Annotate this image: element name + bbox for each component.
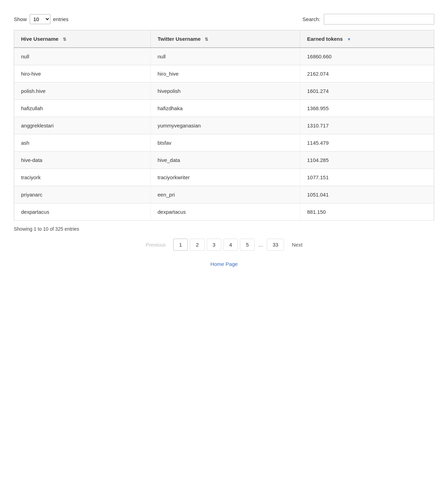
- cell-hive-username: hafizullah: [14, 100, 151, 117]
- page-1-button[interactable]: 1: [173, 239, 188, 251]
- cell-hive-username: anggreklestari: [14, 117, 151, 134]
- showing-text: Showing 1 to 10 of 325 entries: [14, 226, 79, 232]
- search-label: Search:: [302, 16, 320, 22]
- cell-twitter-username: dexpartacus: [150, 203, 300, 221]
- entries-select[interactable]: 10 25 50 100: [30, 14, 50, 24]
- entries-label: entries: [53, 16, 69, 22]
- table-header: Hive Username ⇅ Twitter Username ⇅ Earne…: [14, 30, 434, 48]
- ellipsis: …: [257, 242, 265, 248]
- cell-twitter-username: een_pri: [150, 186, 300, 203]
- next-button[interactable]: Next: [286, 239, 308, 250]
- table-controls: Show 10 25 50 100 entries Search:: [14, 14, 434, 25]
- cell-hive-username: ash: [14, 134, 151, 152]
- col-twitter-username[interactable]: Twitter Username ⇅: [150, 30, 300, 48]
- table-row: traciyorktraciyorkwriter1077.151: [14, 169, 434, 186]
- cell-earned-tokens: 2162.074: [300, 65, 434, 83]
- table-row: dexpartacusdexpartacus881.150: [14, 203, 434, 221]
- search-input[interactable]: [324, 14, 434, 25]
- col-hive-username-label: Hive Username: [21, 36, 58, 42]
- table-row: ashbtsfav1145.479: [14, 134, 434, 152]
- show-entries-control: Show 10 25 50 100 entries: [14, 14, 69, 24]
- cell-earned-tokens: 16860.660: [300, 48, 434, 65]
- cell-twitter-username: hive_data: [150, 152, 300, 169]
- pagination: Previous 1 2 3 4 5 … 33 Next: [14, 239, 434, 251]
- col-earned-tokens-label: Earned tokens: [307, 36, 343, 42]
- cell-hive-username: null: [14, 48, 151, 65]
- table-row: hiro-hivehiro_hive2162.074: [14, 65, 434, 83]
- cell-hive-username: traciyork: [14, 169, 151, 186]
- cell-earned-tokens: 1368.955: [300, 100, 434, 117]
- cell-twitter-username: btsfav: [150, 134, 300, 152]
- show-label: Show: [14, 16, 27, 22]
- previous-button[interactable]: Previous: [140, 239, 171, 250]
- cell-twitter-username: null: [150, 48, 300, 65]
- cell-twitter-username: traciyorkwriter: [150, 169, 300, 186]
- table-row: polish.hivehivepolish1601.274: [14, 83, 434, 100]
- cell-earned-tokens: 1145.479: [300, 134, 434, 152]
- search-box: Search:: [302, 14, 434, 25]
- header-row: Hive Username ⇅ Twitter Username ⇅ Earne…: [14, 30, 434, 48]
- table-row: nullnull16860.660: [14, 48, 434, 65]
- page-33-button[interactable]: 33: [267, 239, 284, 251]
- cell-twitter-username: yummyveganasian: [150, 117, 300, 134]
- cell-hive-username: polish.hive: [14, 83, 151, 100]
- cell-earned-tokens: 1601.274: [300, 83, 434, 100]
- data-table: Hive Username ⇅ Twitter Username ⇅ Earne…: [14, 30, 434, 221]
- cell-hive-username: priyanarc: [14, 186, 151, 203]
- cell-earned-tokens: 1310.717: [300, 117, 434, 134]
- cell-hive-username: hive-data: [14, 152, 151, 169]
- page-2-button[interactable]: 2: [190, 239, 204, 251]
- cell-twitter-username: hivepolish: [150, 83, 300, 100]
- table-row: anggreklestariyummyveganasian1310.717: [14, 117, 434, 134]
- home-page-link[interactable]: Home Page: [14, 261, 434, 267]
- sort-icon-twitter-username: ⇅: [205, 37, 208, 42]
- cell-hive-username: hiro-hive: [14, 65, 151, 83]
- page-3-button[interactable]: 3: [207, 239, 221, 251]
- cell-earned-tokens: 1077.151: [300, 169, 434, 186]
- table-footer: Showing 1 to 10 of 325 entries: [14, 226, 434, 232]
- cell-hive-username: dexpartacus: [14, 203, 151, 221]
- col-twitter-username-label: Twitter Username: [158, 36, 201, 42]
- page-4-button[interactable]: 4: [223, 239, 238, 251]
- cell-twitter-username: hiro_hive: [150, 65, 300, 83]
- col-earned-tokens[interactable]: Earned tokens ▼: [300, 30, 434, 48]
- page-5-button[interactable]: 5: [240, 239, 254, 251]
- cell-earned-tokens: 1051.041: [300, 186, 434, 203]
- col-hive-username[interactable]: Hive Username ⇅: [14, 30, 151, 48]
- cell-earned-tokens: 881.150: [300, 203, 434, 221]
- sort-icon-hive-username: ⇅: [63, 37, 66, 42]
- cell-twitter-username: hafizdhaka: [150, 100, 300, 117]
- table-body: nullnull16860.660hiro-hivehiro_hive2162.…: [14, 48, 434, 221]
- cell-earned-tokens: 1104.285: [300, 152, 434, 169]
- table-row: hive-datahive_data1104.285: [14, 152, 434, 169]
- table-row: priyanarceen_pri1051.041: [14, 186, 434, 203]
- table-row: hafizullahhafizdhaka1368.955: [14, 100, 434, 117]
- sort-icon-earned-tokens: ▼: [347, 37, 351, 42]
